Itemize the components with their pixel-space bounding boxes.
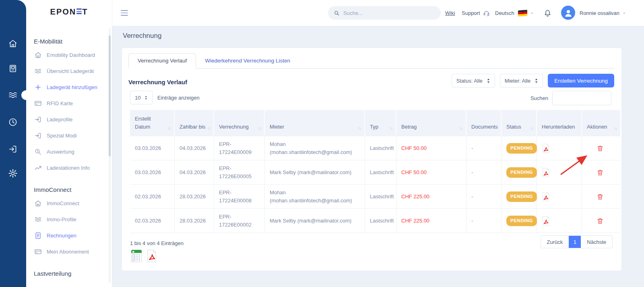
sidebar: EPONT E-MobilitätEmobility DashboardÜber… bbox=[26, 0, 112, 287]
sidebar-item-ladeprofile[interactable]: Ladeprofile bbox=[26, 111, 112, 127]
column-header-betrag[interactable]: Betrag↑↓ bbox=[396, 110, 466, 136]
pagination-next-button[interactable]: Nächste bbox=[581, 236, 612, 248]
delete-trash-icon[interactable] bbox=[597, 193, 604, 201]
notifications-bell-icon[interactable] bbox=[543, 9, 552, 17]
cell-betrag: CHF 50.00 bbox=[396, 136, 466, 160]
sidebar-item-emobility-dashboard[interactable]: Emobility Dashboard bbox=[26, 47, 112, 63]
column-header-status[interactable]: Status↑↓ bbox=[502, 110, 537, 136]
table-search-input[interactable] bbox=[552, 91, 611, 105]
sidebar-toggle-icon[interactable] bbox=[121, 9, 128, 17]
sidebar-item-label: Übersicht Ladegerät bbox=[47, 68, 94, 74]
entries-count-select[interactable]: 10 bbox=[130, 91, 153, 104]
language-selector[interactable]: Deutsch bbox=[495, 10, 514, 16]
column-header-typ[interactable]: Typ↑↓ bbox=[365, 110, 396, 136]
cell-text: Lastschrift bbox=[370, 144, 394, 152]
export-excel-icon[interactable] bbox=[131, 250, 142, 262]
column-header-zahlbar-bis[interactable]: Zahlbar bis↑↓ bbox=[175, 110, 214, 136]
pagination-page-1[interactable]: 1 bbox=[569, 236, 581, 248]
column-header-verrechnung[interactable]: Verrechnung↑↓ bbox=[214, 110, 265, 136]
verrechnung-table: Erstellt Datum↑↓Zahlbar bis↑↓Verrechnung… bbox=[130, 110, 620, 233]
download-pdf-icon[interactable] bbox=[542, 168, 550, 177]
column-header-label: Herunterladen bbox=[542, 123, 575, 131]
sidebar-item-label: RFID Karte bbox=[47, 100, 73, 106]
rail-clock-icon[interactable] bbox=[8, 117, 18, 127]
trend-up-icon bbox=[34, 164, 42, 172]
cell-text: - bbox=[471, 193, 473, 201]
column-header-label: Erstellt Datum bbox=[135, 115, 168, 131]
sidebar-item-mein-abonnement[interactable]: Mein Abonnement bbox=[26, 243, 112, 260]
global-search-input[interactable] bbox=[343, 10, 428, 16]
sort-icon: ↑↓ bbox=[530, 126, 535, 131]
cell-verrechnung: EPR-17224E00008 bbox=[214, 185, 265, 208]
sidebar-item-label: ImmoConnect bbox=[47, 200, 79, 206]
cell-text: Mark Selby (mark@mailinator.com) bbox=[270, 168, 351, 177]
tab-verrechnung-verlauf[interactable]: Verrechnung Verlauf bbox=[128, 53, 196, 69]
cell-text: 02.03.2026 bbox=[135, 217, 161, 225]
column-header-label: Typ bbox=[370, 123, 378, 131]
cell-verrechnung: EPR-17226E00005 bbox=[214, 160, 265, 184]
cell-text: CHF 225.00 bbox=[401, 217, 429, 225]
delete-trash-icon[interactable] bbox=[597, 217, 604, 225]
german-flag-icon bbox=[518, 10, 527, 17]
cell-text: 28.03.2026 bbox=[180, 193, 206, 201]
sidebar-scrollbar-thumb[interactable] bbox=[109, 35, 111, 156]
tab-bar: Verrechnung VerlaufWiederkehrend Verrech… bbox=[128, 54, 615, 69]
support-link[interactable]: Support bbox=[462, 10, 480, 16]
cell-text: 28.03.2026 bbox=[180, 217, 206, 225]
download-pdf-icon[interactable] bbox=[542, 192, 550, 202]
sidebar-item-spezial-modi[interactable]: Spezial Modi bbox=[26, 127, 112, 144]
cell-status: PENDING bbox=[502, 136, 537, 160]
table-row: 03.03.202604.03.2026EPR-17224E00009Mohan… bbox=[130, 136, 620, 160]
column-header-mieter[interactable]: Mieter↑↓ bbox=[265, 110, 365, 136]
user-menu[interactable] bbox=[561, 6, 575, 20]
sidebar-item-auswertung[interactable]: Auswertung bbox=[26, 144, 112, 160]
export-pdf-icon[interactable] bbox=[146, 250, 157, 262]
cell-typ: Lastschrift bbox=[365, 185, 396, 208]
cell-text: CHF 50.00 bbox=[401, 144, 427, 152]
sidebar-item-immoconnect[interactable]: ImmoConnect bbox=[26, 195, 112, 211]
sidebar-item-ladestationen-info[interactable]: Ladestationen Info bbox=[26, 160, 112, 176]
sidebar-item-label: Ladestationen Info bbox=[47, 165, 90, 171]
wiki-link[interactable]: Wiki bbox=[445, 10, 455, 16]
create-verrechnung-button[interactable]: Erstellen Verrechnung bbox=[548, 74, 614, 87]
table-entries-info: 1 bis 4 von 4 Einträgen bbox=[130, 240, 184, 246]
rail-sign-in-icon[interactable] bbox=[8, 144, 18, 154]
sort-icon: ↑↓ bbox=[390, 126, 394, 131]
column-header-erstellt-datum[interactable]: Erstellt Datum↑↓ bbox=[130, 110, 175, 136]
rail-home-icon[interactable] bbox=[8, 39, 18, 48]
chevron-down-icon: ⌄ bbox=[622, 10, 626, 15]
sign-in-icon bbox=[34, 132, 42, 139]
rail-charging-station-icon[interactable] bbox=[8, 64, 18, 73]
tab-wiederkehrend-verrechnung-listen[interactable]: Wiederkehrend Verrechnung Listen bbox=[196, 54, 299, 68]
mieter-filter-select[interactable]: Mieter: Alle bbox=[500, 74, 543, 87]
sidebar-item-ladeger-t-hinzuf-gen[interactable]: Ladegerät hinzufügen bbox=[26, 79, 112, 95]
cell-mieter: Mohan (mohan.shantiinfotech@gmail.com) bbox=[265, 136, 365, 160]
download-pdf-icon[interactable] bbox=[542, 216, 550, 226]
download-pdf-icon[interactable] bbox=[542, 144, 550, 153]
status-badge: PENDING bbox=[506, 143, 537, 154]
sidebar-item--bersicht-ladeger-t[interactable]: Übersicht Ladegerät bbox=[26, 63, 112, 79]
sidebar-section-title: Lastverteilung bbox=[26, 268, 112, 279]
cell-text: - bbox=[471, 168, 473, 177]
sidebar-item-rechnungen[interactable]: Rechnungen bbox=[26, 227, 112, 243]
delete-trash-icon[interactable] bbox=[597, 168, 604, 177]
pagination-prev-button[interactable]: Zurück bbox=[541, 236, 569, 248]
sidebar-section-title: ImmoConnect bbox=[26, 184, 112, 195]
column-header-aktionen[interactable]: Aktionen↑↓ bbox=[582, 110, 620, 136]
cell-text: - bbox=[471, 144, 473, 152]
rail-gear-icon[interactable] bbox=[8, 168, 18, 178]
global-search[interactable] bbox=[328, 6, 441, 20]
delete-trash-icon[interactable] bbox=[597, 144, 604, 152]
rail-waves-icon[interactable] bbox=[8, 90, 18, 100]
sidebar-item-immo-profile[interactable]: Immo-Profile bbox=[26, 211, 112, 227]
icon-rail bbox=[0, 0, 26, 287]
language-flag-group[interactable]: ⌄ bbox=[518, 0, 534, 26]
home-icon bbox=[34, 51, 42, 59]
sort-icon: ↑↓ bbox=[207, 126, 212, 131]
avatar[interactable] bbox=[561, 6, 575, 20]
status-filter-select[interactable]: Status: Alle bbox=[452, 74, 495, 87]
sidebar-item-rfid-karte[interactable]: RFID Karte bbox=[26, 95, 112, 111]
cell-zahlbar-bis: 04.03.2026 bbox=[175, 160, 214, 184]
cell-betrag: CHF 225.00 bbox=[396, 185, 466, 208]
table-row: 02.03.202628.03.2026EPR-17224E00008Mohan… bbox=[130, 185, 620, 209]
